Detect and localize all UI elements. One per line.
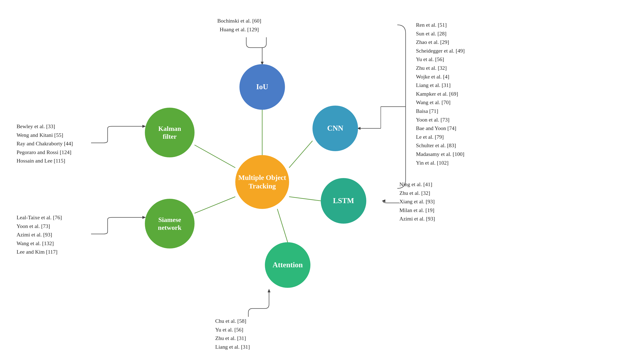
lstm-ref-1: Ning et al. [41]	[399, 180, 435, 189]
cnn-ref-15: Schulter et al. [83]	[416, 141, 465, 150]
cnn-ref-1: Ren et al. [51]	[416, 21, 465, 29]
attention-ref-3: Zhu et al. [31]	[215, 334, 250, 343]
center-label: Multiple Object Tracking	[235, 173, 289, 191]
cnn-ref-13: Bae and Yoon [74]	[416, 124, 465, 133]
cnn-ref-6: Zhu et al. [32]	[416, 64, 465, 73]
iou-label: IoU	[256, 82, 268, 91]
kalman-annotations: Bewley et al. [33] Weng and Kitani [55] …	[17, 122, 73, 165]
kalman-ref-4: Pegoraro and Rossi [124]	[17, 148, 73, 157]
siamese-ref-2: Yoon et al. [73]	[17, 222, 62, 231]
svg-marker-11	[268, 289, 271, 292]
attention-ref-4: Liang et al. [31]	[215, 343, 250, 351]
lstm-node: LSTM	[321, 178, 366, 224]
cnn-ref-4: Scheidegger et al. [49]	[416, 47, 465, 55]
kalman-ref-2: Weng and Kitani [55]	[17, 131, 73, 140]
cnn-ref-9: Kampker et al. [69]	[416, 90, 465, 98]
kalman-node: Kalmanfilter	[145, 108, 195, 157]
iou-annotations: Bochinski et al. [60] Huang et al. [129]	[217, 17, 261, 34]
kalman-label: Kalmanfilter	[158, 125, 181, 141]
siamese-label: Siamesenetwork	[158, 216, 182, 232]
cnn-ref-2: Sun et al. [28]	[416, 29, 465, 38]
svg-line-5	[195, 197, 235, 213]
siamese-node: Siamesenetwork	[145, 199, 195, 248]
cnn-label: CNN	[327, 124, 343, 133]
cnn-node: CNN	[313, 106, 358, 151]
svg-line-2	[289, 197, 321, 201]
iou-ref-2: Huang et al. [129]	[217, 25, 261, 34]
attention-ref-1: Chu et al. [58]	[215, 317, 250, 325]
lstm-ref-4: Milan et al. [19]	[399, 206, 435, 215]
cnn-ref-16: Madasamy et al. [100]	[416, 150, 465, 159]
attention-node: Attention	[265, 242, 311, 288]
lstm-ref-5: Azimi et al. [93]	[399, 214, 435, 223]
siamese-ref-4: Wang et al. [132]	[17, 239, 62, 248]
siamese-ref-1: Leal-Taixe et al. [76]	[17, 213, 62, 222]
cnn-ref-11: Baisa [71]	[416, 107, 465, 116]
attention-label: Attention	[273, 260, 303, 269]
siamese-ref-5: Lee and Kim [117]	[17, 248, 62, 256]
siamese-ref-3: Azimi et al. [93]	[17, 231, 62, 239]
lstm-annotations: Ning et al. [41] Zhu et al. [32] Xiang e…	[399, 180, 435, 223]
iou-ref-1: Bochinski et al. [60]	[217, 17, 261, 25]
lstm-ref-2: Zhu et al. [32]	[399, 189, 435, 198]
connections-svg	[0, 0, 626, 364]
cnn-ref-10: Wang et al. [70]	[416, 98, 465, 107]
lstm-label: LSTM	[333, 196, 354, 205]
kalman-ref-1: Bewley et al. [33]	[17, 122, 73, 131]
cnn-ref-7: Wojke et al. [4]	[416, 73, 465, 81]
attention-annotations: Chu et al. [58] Yu et al. [56] Zhu et al…	[215, 317, 250, 351]
svg-marker-10	[382, 199, 385, 202]
kalman-ref-3: Ray and Chakraborty [44]	[17, 139, 73, 148]
center-node: Multiple Object Tracking	[235, 155, 289, 209]
kalman-ref-5: Hossain and Lee [115]	[17, 157, 73, 165]
cnn-ref-12: Yoon et al. [73]	[416, 116, 465, 124]
lstm-ref-3: Xiang et al. [93]	[399, 197, 435, 206]
svg-line-1	[289, 141, 313, 168]
svg-line-3	[277, 209, 288, 242]
attention-ref-2: Yu et al. [56]	[215, 325, 250, 334]
cnn-ref-5: Yu et al. [56]	[416, 55, 465, 64]
iou-node: IoU	[239, 64, 285, 110]
siamese-annotations: Leal-Taixe et al. [76] Yoon et al. [73] …	[17, 213, 62, 256]
cnn-ref-8: Liang et al. [31]	[416, 81, 465, 90]
cnn-ref-3: Zhao et al. [29]	[416, 38, 465, 47]
cnn-ref-14: Le et al. [79]	[416, 133, 465, 141]
diagram: Multiple Object Tracking IoU CNN LSTM At…	[0, 0, 626, 364]
cnn-ref-17: Yin et al. [102]	[416, 159, 465, 167]
svg-line-4	[195, 145, 235, 168]
cnn-annotations: Ren et al. [51] Sun et al. [28] Zhao et …	[416, 21, 465, 167]
